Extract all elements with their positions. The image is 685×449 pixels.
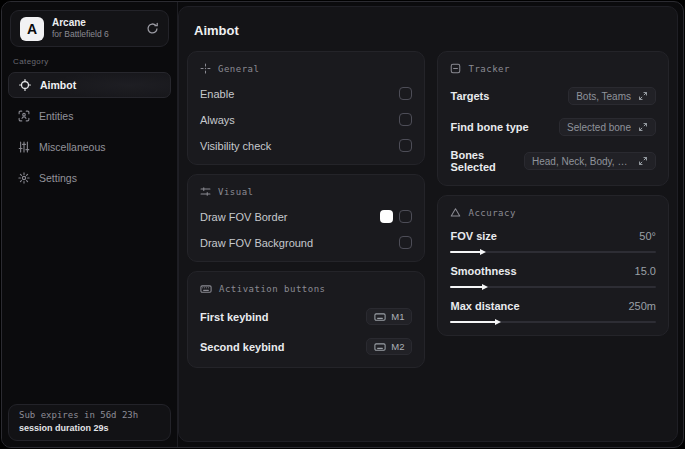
sidebar-item-label: Aimbot [40,79,76,91]
visual-card-header: Visual [200,186,412,197]
sidebar-item-settings[interactable]: Settings [8,165,171,191]
sidebar: A Arcane for Battlefield 6 Category [2,2,178,447]
card-title: General [218,64,259,74]
setting-label: Visibility check [200,140,271,152]
setting-label: Smoothness [450,265,516,277]
setting-label: Second keybind [200,341,284,353]
adjustments-icon [200,186,211,197]
setting-label: Draw FOV Border [200,211,287,223]
target-icon [200,63,211,74]
keyboard-icon [374,311,386,323]
visibility-check-checkbox[interactable] [399,139,412,152]
setting-row-find-bone-type: Find bone type Selected bone [450,118,656,136]
setting-row-visibility-check: Visibility check [200,139,412,152]
refresh-icon[interactable] [146,22,159,35]
setting-label: FOV size [450,230,496,242]
app-subtitle: for Battlefield 6 [52,30,138,40]
setting-row-targets: Targets Bots, Teams [450,87,656,105]
general-card-header: General [200,63,412,74]
tracker-card: Tracker Targets Bots, Teams [437,51,669,186]
expand-icon [638,156,648,166]
slider-fill [450,286,483,288]
keyboard-icon [374,341,386,353]
app-meta: Arcane for Battlefield 6 [52,17,138,39]
keyboard-icon [200,283,212,295]
session-duration-text: session duration 29s [19,423,160,435]
sidebar-item-miscellaneous[interactable]: Miscellaneous [8,134,171,160]
bones-selected-select[interactable]: Head, Neck, Body, Pe... [524,152,656,170]
tracker-card-header: Tracker [450,63,656,74]
setting-controls [380,210,412,223]
gear-icon [18,172,30,184]
setting-row-draw-fov-background: Draw FOV Background [200,236,412,249]
card-title: Tracker [468,64,509,74]
always-checkbox[interactable] [399,113,412,126]
slider-thumb[interactable] [482,284,488,290]
targets-select[interactable]: Bots, Teams [568,87,656,105]
setting-label: First keybind [200,311,268,323]
slider-value: 15.0 [635,265,656,277]
first-keybind-button[interactable]: M1 [366,308,412,325]
app-title: Arcane [52,17,138,29]
draw-fov-background-checkbox[interactable] [399,236,412,249]
fov-size-setting: FOV size 50° [450,230,656,253]
setting-row-always: Always [200,113,412,126]
expand-icon [638,122,648,132]
subscription-info: Sub expires in 56d 23h session duration … [8,404,171,441]
card-title: Accuracy [468,208,515,218]
setting-label: Draw FOV Background [200,237,313,249]
setting-row-second-keybind: Second keybind M2 [200,338,412,355]
slider-thumb[interactable] [480,249,486,255]
sidebar-item-entities[interactable]: Entities [8,103,171,129]
slider-thumb[interactable] [495,319,501,325]
setting-row-bones-selected: Bones Selected Head, Neck, Body, Pe... [450,149,656,173]
accuracy-card: Accuracy FOV size 50° [437,195,669,336]
entities-icon [18,110,30,122]
fov-size-slider[interactable] [450,251,656,253]
main-panel: Aimbot General Enable [178,6,678,442]
slider-value: 250m [628,300,656,312]
setting-row-first-keybind: First keybind M1 [200,308,412,325]
sidebar-item-label: Miscellaneous [39,141,106,153]
left-column: General Enable Always Visibility check [187,51,425,377]
setting-label: Bones Selected [450,149,524,173]
sliders-icon [18,141,30,153]
activation-card: Activation buttons First keybind M1 [187,271,425,368]
setting-label: Max distance [450,300,519,312]
accuracy-card-header: Accuracy [450,207,656,218]
tracker-icon [450,63,461,74]
category-label: Category [13,57,49,66]
activation-card-header: Activation buttons [200,283,412,295]
card-title: Visual [218,187,254,197]
card-title: Activation buttons [219,284,326,294]
max-distance-setting: Max distance 250m [450,300,656,323]
slider-value: 50° [639,230,656,242]
setting-label: Always [200,114,235,126]
setting-label: Targets [450,90,489,102]
sidebar-item-label: Entities [39,110,73,122]
expand-icon [638,91,648,101]
enable-checkbox[interactable] [399,87,412,100]
slider-fill [450,251,481,253]
setting-row-draw-fov-border: Draw FOV Border [200,210,412,223]
sidebar-nav: Aimbot Entities [8,72,171,196]
slider-fill [450,321,495,323]
smoothness-slider[interactable] [450,286,656,288]
setting-label: Enable [200,88,234,100]
keybind-value: M1 [391,311,404,322]
select-value: Selected bone [567,122,631,133]
fov-border-color-swatch[interactable] [380,210,393,223]
visual-card: Visual Draw FOV Border Draw FOV Backgrou… [187,174,425,262]
max-distance-slider[interactable] [450,321,656,323]
page-title: Aimbot [194,23,669,38]
draw-fov-border-checkbox[interactable] [399,210,412,223]
sidebar-item-aimbot[interactable]: Aimbot [8,72,171,98]
general-card: General Enable Always Visibility check [187,51,425,165]
find-bone-type-select[interactable]: Selected bone [559,118,656,136]
setting-label: Find bone type [450,121,528,133]
right-column: Tracker Targets Bots, Teams [437,51,669,345]
second-keybind-button[interactable]: M2 [366,338,412,355]
select-value: Bots, Teams [576,91,631,102]
setting-row-enable: Enable [200,87,412,100]
app-window: A Arcane for Battlefield 6 Category [1,1,684,448]
